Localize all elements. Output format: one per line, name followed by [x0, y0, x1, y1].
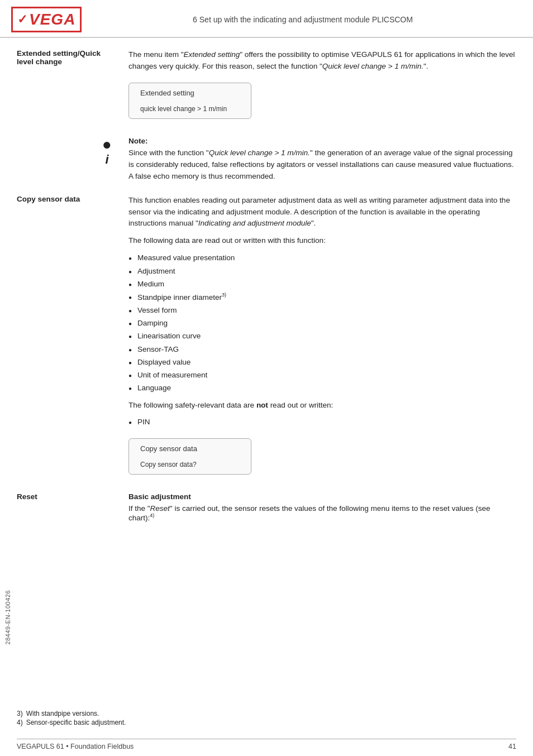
list-item: Vessel form [129, 305, 516, 316]
note-text: Since with the function "Quick level cha… [129, 147, 516, 183]
footer: VEGAPULS 61 • Foundation Fieldbus 41 [0, 739, 533, 756]
reset-paragraph: If the "Reset" is carried out, the senso… [129, 504, 516, 522]
page-wrapper: ✓ VEGA 6 Set up with the indicating and … [0, 0, 533, 756]
logo-area: ✓ VEGA [11, 7, 89, 32]
header-title: 6 Set up with the indicating and adjustm… [89, 15, 516, 24]
footnote-3-number: 3) [17, 710, 23, 717]
menu-box-title: Extended setting [140, 89, 240, 97]
note-icon-area: ● i [17, 137, 117, 183]
note-icon: ● i [102, 137, 112, 183]
note-title: Note: [129, 137, 516, 145]
reset-body: Basic adjustment If the "Reset" is carri… [129, 492, 516, 522]
safety-text: The following safety-relevant data are n… [129, 400, 516, 412]
list-item: Linearisation curve [129, 331, 516, 342]
logo-checkmark: ✓ [17, 12, 27, 27]
side-margin-text: 28449-EN-100426 [4, 590, 11, 644]
extended-setting-body: The menu item "Extended setting" offers … [129, 49, 516, 125]
extended-setting-menu-box: Extended setting quick level change > 1 … [129, 83, 251, 119]
copy-sensor-body: This function enables reading out parame… [129, 195, 516, 480]
copy-sensor-section: Copy sensor data This function enables r… [17, 195, 516, 480]
note-bullet-icon: ● [102, 137, 112, 152]
list-item: Damping [129, 318, 516, 329]
note-i-icon: i [105, 154, 108, 166]
footer-left: VEGAPULS 61 • Foundation Fieldbus [17, 743, 134, 750]
list-item: Standpipe inner diameter3) [129, 291, 516, 303]
footnote-3-text: With standpipe versions. [26, 710, 99, 717]
reset-title: Basic adjustment [129, 492, 516, 501]
copy-sensor-menu-box: Copy sensor data Copy sensor data? [129, 438, 251, 475]
footnote-4: 4) Sensor-specific basic adjustment. [17, 719, 516, 726]
footnote-4-text: Sensor-specific basic adjustment. [26, 719, 126, 726]
list-item: Measured value presentation [129, 252, 516, 264]
main-content: Extended setting/Quick level change The … [0, 38, 533, 710]
note-body: Note: Since with the function "Quick lev… [129, 137, 516, 183]
copy-sensor-menu-title: Copy sensor data [140, 444, 240, 453]
copy-sensor-label: Copy sensor data [17, 195, 117, 480]
menu-box-item: quick level change > 1 m/min [140, 105, 240, 113]
logo-text: VEGA [29, 11, 75, 28]
copy-sensor-bullet-list: Measured value presentation Adjustment M… [129, 252, 516, 394]
note-section: ● i Note: Since with the function "Quick… [17, 137, 516, 183]
list-item: Language [129, 382, 516, 394]
extended-setting-paragraph: The menu item "Extended setting" offers … [129, 49, 516, 73]
footnote-3: 3) With standpipe versions. [17, 710, 516, 717]
reset-label: Reset [17, 492, 117, 522]
copy-sensor-paragraph2: The following data are read out or writt… [129, 235, 516, 247]
safety-bullet-list: PIN [129, 417, 516, 428]
header: ✓ VEGA 6 Set up with the indicating and … [0, 0, 533, 38]
extended-setting-label: Extended setting/Quick level change [17, 49, 117, 125]
list-item: Medium [129, 279, 516, 290]
list-item: Adjustment [129, 266, 516, 277]
list-item: PIN [129, 417, 516, 428]
list-item: Displayed value [129, 357, 516, 368]
list-item: Sensor-TAG [129, 344, 516, 355]
logo-box: ✓ VEGA [11, 7, 82, 32]
list-item: Unit of measurement [129, 370, 516, 381]
footnote-4-number: 4) [17, 719, 23, 726]
copy-sensor-menu-item: Copy sensor data? [140, 461, 240, 468]
footnotes: 3) With standpipe versions. 4) Sensor-sp… [0, 710, 533, 733]
footer-right: 41 [508, 743, 516, 750]
extended-setting-section: Extended setting/Quick level change The … [17, 49, 516, 125]
copy-sensor-paragraph1: This function enables reading out parame… [129, 195, 516, 230]
reset-section: Reset Basic adjustment If the "Reset" is… [17, 492, 516, 522]
